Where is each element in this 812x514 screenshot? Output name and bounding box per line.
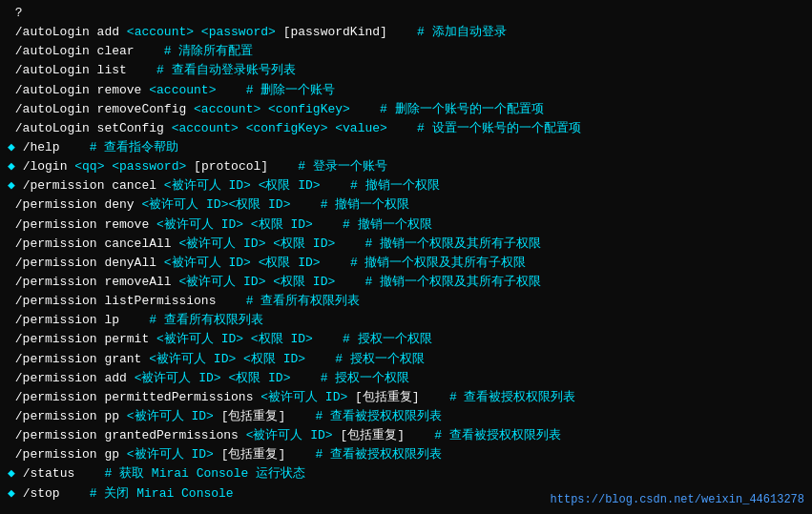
line-permission-remove: /permission remove <被许可人 ID> <权限 ID> # 撤… — [8, 216, 804, 235]
line-permission-removeall: /permission removeAll <被许可人 ID> <权限 ID> … — [8, 273, 804, 292]
line-autologin-setconfig: /autoLogin setConfig <account> <configKe… — [8, 119, 804, 138]
line-autologin-remove: /autoLogin remove <account> # 删除一个账号 — [8, 81, 804, 100]
line-login: ◆ /login <qq> <password> [protocol] # 登录… — [8, 157, 804, 176]
line-permission-cancel: ◆ /permission cancel <被许可人 ID> <权限 ID> #… — [8, 176, 804, 195]
line-permission-lp: /permission lp # 查看所有权限列表 — [8, 311, 804, 330]
line-permission-deny: /permission deny <被许可人 ID><权限 ID> # 撤销一个… — [8, 195, 804, 215]
line-permission-listpermissions: /permission listPermissions # 查看所有权限列表 — [8, 292, 804, 311]
line-status: ◆ /status # 获取 Mirai Console 运行状态 — [8, 464, 804, 483]
line-autologin-removeconfig: /autoLogin removeConfig <account> <confi… — [8, 100, 804, 119]
line-autologin-add: /autoLogin add <account> <password> [pas… — [8, 23, 804, 42]
line-question: ? — [8, 4, 804, 23]
line-autologin-list: /autoLogin list # 查看自动登录账号列表 — [8, 61, 804, 80]
line-permission-pp: /permission pp <被许可人 ID> [包括重复] # 查看被授权权… — [8, 407, 804, 426]
line-permission-add: /permission add <被许可人 ID> <权限 ID> # 授权一个… — [8, 369, 804, 388]
line-permission-gp: /permission gp <被许可人 ID> [包括重复] # 查看被授权权… — [8, 445, 804, 464]
line-help: ◆ /help # 查看指令帮助 — [8, 138, 804, 157]
line-permission-denyall: /permission denyAll <被许可人 ID> <权限 ID> # … — [8, 254, 804, 273]
line-permission-cancelall: /permission cancelAll <被许可人 ID> <权限 ID> … — [8, 235, 804, 254]
watermark: https://blog.csdn.net/weixin_44613278 — [551, 493, 804, 506]
line-permission-permit: /permission permit <被许可人 ID> <权限 ID> # 授… — [8, 330, 804, 349]
line-permission-grant: /permission grant <被许可人 ID> <权限 ID> # 授权… — [8, 350, 804, 369]
line-autologin-clear: /autoLogin clear # 清除所有配置 — [8, 42, 804, 61]
line-permission-permittedpermissions: /permission permittedPermissions <被许可人 I… — [8, 388, 804, 407]
terminal: ? /autoLogin add <account> <password> [p… — [0, 0, 812, 514]
line-permission-grantedpermissions: /permission grantedPermissions <被许可人 ID>… — [8, 426, 804, 445]
